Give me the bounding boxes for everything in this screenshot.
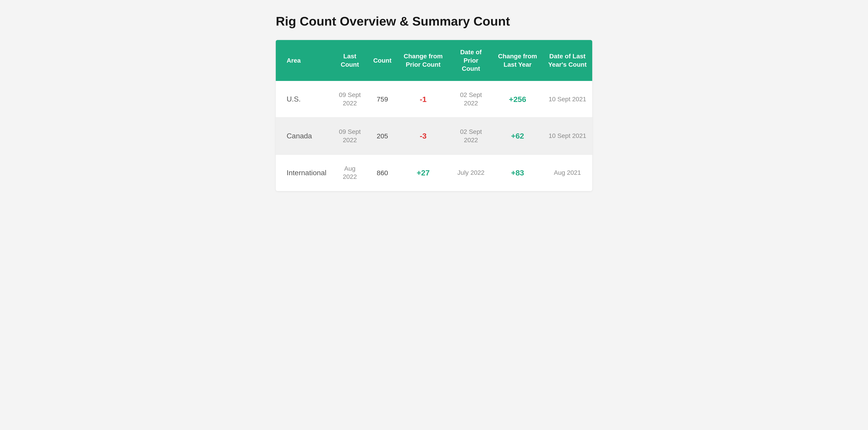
cell-date-prior: 02 Sept 2022 xyxy=(450,81,493,118)
cell-date-last-year: 10 Sept 2021 xyxy=(542,118,592,154)
cell-count: 759 xyxy=(368,81,397,118)
cell-area: International xyxy=(276,154,332,191)
col-header-date-prior: Date of Prior Count xyxy=(450,40,493,81)
page-title: Rig Count Overview & Summary Count xyxy=(276,13,592,29)
col-header-area: Area xyxy=(276,40,332,81)
cell-area: Canada xyxy=(276,118,332,154)
cell-change-prior: -1 xyxy=(397,81,450,118)
cell-change-prior: -3 xyxy=(397,118,450,154)
col-header-change-prior: Change from Prior Count xyxy=(397,40,450,81)
cell-last-count-date: Aug 2022 xyxy=(332,154,368,191)
cell-last-count-date: 09 Sept 2022 xyxy=(332,81,368,118)
rig-count-table-wrapper: Area Last Count Count Change from Prior … xyxy=(276,40,592,191)
cell-area: U.S. xyxy=(276,81,332,118)
cell-count: 860 xyxy=(368,154,397,191)
cell-change-year: +83 xyxy=(493,154,543,191)
cell-last-count-date: 09 Sept 2022 xyxy=(332,118,368,154)
cell-date-prior: 02 Sept 2022 xyxy=(450,118,493,154)
col-header-last-count: Last Count xyxy=(332,40,368,81)
table-row: Canada 09 Sept 2022 205 -3 02 Sept 2022 … xyxy=(276,118,592,154)
cell-change-year: +256 xyxy=(493,81,543,118)
table-row: International Aug 2022 860 +27 July 2022… xyxy=(276,154,592,191)
col-header-change-year: Change from Last Year xyxy=(493,40,543,81)
cell-change-prior: +27 xyxy=(397,154,450,191)
col-header-date-last-year: Date of Last Year's Count xyxy=(542,40,592,81)
cell-date-last-year: 10 Sept 2021 xyxy=(542,81,592,118)
col-header-count: Count xyxy=(368,40,397,81)
main-container: Rig Count Overview & Summary Count Area … xyxy=(276,13,592,191)
cell-date-prior: July 2022 xyxy=(450,154,493,191)
cell-date-last-year: Aug 2021 xyxy=(542,154,592,191)
table-row: U.S. 09 Sept 2022 759 -1 02 Sept 2022 +2… xyxy=(276,81,592,118)
table-header-row: Area Last Count Count Change from Prior … xyxy=(276,40,592,81)
cell-count: 205 xyxy=(368,118,397,154)
rig-count-table: Area Last Count Count Change from Prior … xyxy=(276,40,592,191)
cell-change-year: +62 xyxy=(493,118,543,154)
